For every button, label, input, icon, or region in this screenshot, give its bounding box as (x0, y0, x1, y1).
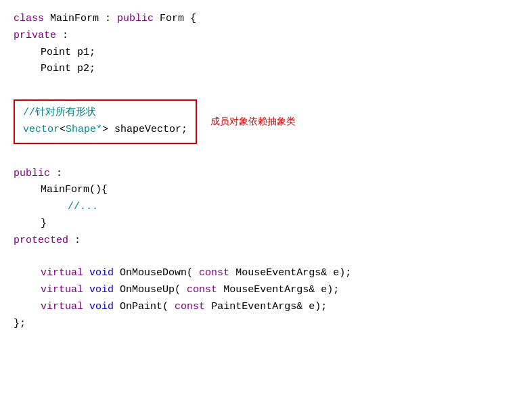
code-line-mouseup: virtual void OnMouseUp( const MouseEvent… (14, 282, 505, 299)
keyword-public: public (117, 13, 154, 24)
highlight-section: //针对所有形状 vector<Shape*> shapeVector; 成员对… (14, 99, 505, 144)
keyword-void3: void (89, 301, 114, 312)
comment-line: //针对所有形状 (23, 105, 187, 122)
constructor-name: MainForm(){ (41, 184, 108, 195)
end-brace: }; (14, 318, 26, 329)
keyword-protected: protected (14, 235, 68, 246)
method-onpaint: OnPaint( (120, 301, 168, 312)
keyword-class: class (14, 13, 44, 24)
keyword-void2: void (89, 284, 114, 296)
code-line-comment2: //... (14, 199, 505, 216)
comment-dots: //... (68, 201, 98, 212)
code-line-2: private : (14, 28, 505, 45)
code-line-end: }; (14, 316, 505, 333)
keyword-const3: const (175, 301, 205, 312)
code-line-1: class MainForm : public Form { (14, 11, 505, 28)
template-open: < (60, 124, 66, 135)
highlight-box: //针对所有形状 vector<Shape*> shapeVector; (14, 99, 197, 144)
empty-line-1 (14, 78, 505, 94)
comment-text: //针对所有形状 (23, 107, 96, 118)
code-line-public: public : (14, 166, 505, 183)
param-mouseup: MouseEventArgs& e); (223, 284, 339, 296)
empty-line-3 (14, 249, 505, 265)
code-line-constructor: MainForm(){ (14, 182, 505, 199)
keyword-const1: const (199, 267, 229, 279)
vector-line: vector<Shape*> shapeVector; (23, 122, 187, 139)
param-onpaint: PaintEventArgs& e); (211, 301, 327, 312)
method-mouseup: OnMouseUp( (120, 284, 181, 296)
colon-1: : (62, 30, 68, 41)
code-line-3: Point p1; (14, 45, 505, 62)
keyword-private: private (14, 30, 56, 41)
code-line-close-brace: } (14, 216, 505, 233)
keyword-public2: public (14, 168, 50, 179)
keyword-const2: const (187, 284, 217, 296)
colon-2: : (56, 168, 62, 179)
keyword-virtual2: virtual (41, 284, 83, 296)
template-close: > (102, 124, 108, 135)
class-name: MainForm : (50, 13, 117, 24)
class-base: Form { (160, 13, 196, 24)
close-brace: } (41, 218, 47, 229)
empty-line-2 (14, 149, 505, 166)
code-line-mousedown: virtual void OnMouseDown( const MouseEve… (14, 265, 505, 282)
method-mousedown: OnMouseDown( (120, 267, 193, 279)
keyword-virtual3: virtual (41, 301, 83, 312)
keyword-void1: void (89, 267, 114, 279)
annotation-text: 成员对象依赖抽象类 (210, 114, 296, 129)
type-point1: Point p1; (41, 47, 95, 58)
type-point2: Point p2; (41, 63, 95, 74)
keyword-virtual1: virtual (41, 267, 83, 279)
param-mousedown: MouseEventArgs& e); (235, 267, 351, 279)
colon-3: : (74, 235, 81, 246)
vector-type: vector (23, 124, 60, 135)
shape-type: Shape* (66, 124, 102, 135)
code-line-4: Point p2; (14, 61, 505, 78)
var-name: shapeVector; (108, 124, 187, 135)
code-line-onpaint: virtual void OnPaint( const PaintEventAr… (14, 299, 505, 316)
code-line-protected: protected : (14, 233, 505, 250)
code-viewer: class MainForm : public Form { private :… (14, 11, 505, 332)
